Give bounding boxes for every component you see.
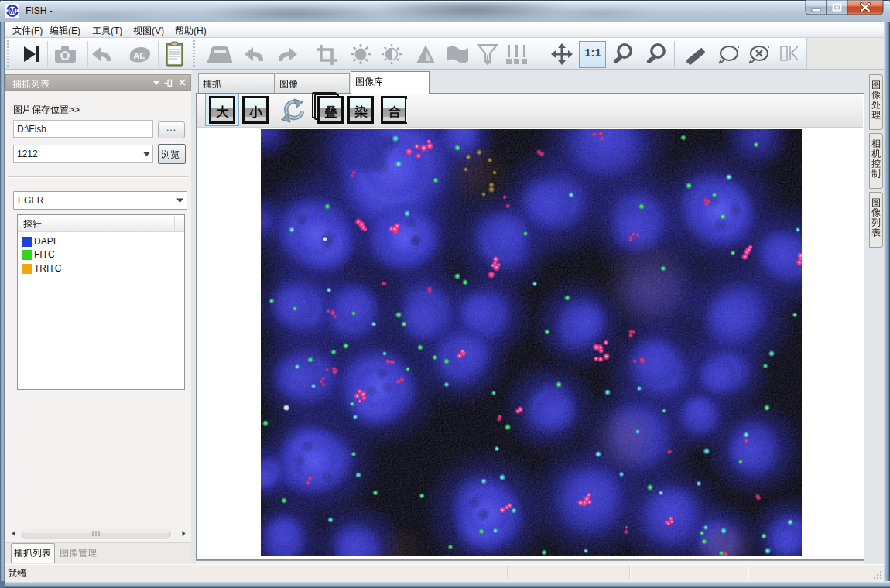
svg-text:(E): (E) (68, 26, 80, 36)
svg-text:(T): (T) (111, 26, 122, 36)
svg-text:(H): (H) (193, 26, 207, 36)
svg-text:AE: AE (133, 51, 145, 60)
svg-text:>>: >> (69, 104, 80, 115)
svg-text:(V): (V) (152, 26, 164, 36)
svg-text:M: M (9, 7, 15, 15)
svg-text:(F): (F) (31, 26, 43, 36)
